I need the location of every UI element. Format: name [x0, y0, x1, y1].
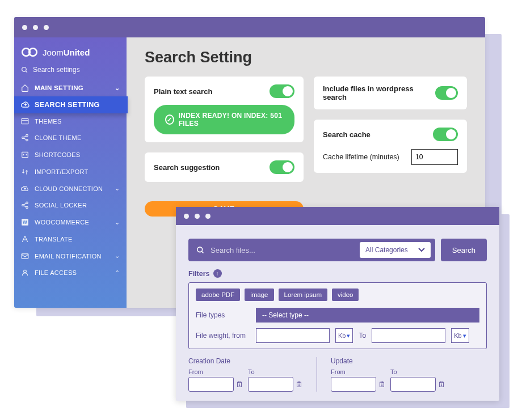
- filter-tags: adobe PDF image Lorem ipsum video: [196, 289, 479, 301]
- sidebar-search[interactable]: Search settings: [14, 63, 127, 79]
- update-date-group: Update From 🗓 To 🗓: [331, 357, 445, 392]
- sidebar-item-cloud-connection[interactable]: CLOUD CONNECTION ⌄: [14, 180, 127, 197]
- svg-point-13: [22, 204, 24, 206]
- sidebar-item-import-export[interactable]: IMPORT/EXPORT: [14, 163, 127, 180]
- svg-line-16: [24, 206, 26, 207]
- w-square-icon: W: [21, 218, 30, 226]
- search-button[interactable]: Search: [441, 239, 487, 261]
- include-files-label: Include files in wordpress search: [323, 84, 428, 101]
- home-icon: [21, 84, 30, 92]
- category-select[interactable]: All Categories: [360, 242, 431, 258]
- vertical-separator: [317, 357, 317, 392]
- weight-to-unit-select[interactable]: Kb▾: [451, 328, 469, 343]
- update-to-input[interactable]: [390, 377, 436, 392]
- brand-text: JoomUnited: [43, 48, 90, 57]
- mail-icon: [21, 253, 30, 260]
- sidebar-item-search-setting[interactable]: SEARCH SETTING: [14, 96, 128, 113]
- search-files-bar: All Categories: [188, 239, 435, 261]
- sidebar-item-themes[interactable]: THEMES: [14, 113, 127, 129]
- creation-to-input[interactable]: [248, 377, 293, 392]
- creation-from-input[interactable]: [188, 377, 234, 392]
- plain-text-label: Plain text search: [154, 87, 212, 96]
- sidebar-item-label: EMAIL NOTIFICATION: [35, 253, 102, 260]
- window2-titlebar: [176, 207, 499, 225]
- from-label: From: [331, 368, 386, 375]
- filters-toggle[interactable]: Filters ↑: [188, 269, 487, 278]
- calendar-icon[interactable]: 🗓: [296, 380, 303, 389]
- suggestion-toggle[interactable]: [270, 160, 294, 174]
- filter-tag[interactable]: Lorem ipsum: [279, 289, 327, 301]
- layout-icon: [21, 118, 30, 125]
- to-label: To: [390, 368, 445, 375]
- sidebar-item-file-access[interactable]: FILE ACCESS ⌃: [14, 264, 127, 281]
- index-badge-text: INDEX READY! ON INDEX: 501 FILES: [179, 112, 283, 128]
- to-label: To: [248, 368, 303, 375]
- file-types-label: File types: [196, 311, 250, 319]
- sidebar-search-placeholder: Search settings: [33, 66, 80, 74]
- category-select-label: All Categories: [365, 246, 408, 254]
- svg-rect-19: [22, 253, 28, 258]
- filter-tag[interactable]: video: [332, 289, 359, 301]
- svg-point-7: [22, 137, 24, 139]
- update-date-label: Update: [331, 357, 445, 365]
- search-icon: [21, 66, 28, 74]
- to-label: To: [359, 332, 366, 340]
- sidebar-item-label: SHORTCODES: [35, 151, 80, 158]
- chevron-down-icon: ⌄: [115, 185, 120, 192]
- index-ready-badge: ✓ INDEX READY! ON INDEX: 501 FILES: [154, 105, 294, 134]
- sidebar-item-clone-theme[interactable]: CLONE THEME: [14, 129, 127, 146]
- sidebar-item-social-locker[interactable]: SOCIAL LOCKER: [14, 197, 127, 214]
- svg-line-9: [24, 136, 26, 137]
- suggestion-label: Search suggestion: [154, 163, 220, 172]
- calendar-icon[interactable]: 🗓: [438, 380, 445, 389]
- code-icon: [21, 151, 30, 159]
- include-files-toggle[interactable]: [435, 86, 458, 100]
- from-label: From: [188, 368, 243, 375]
- sidebar-item-shortcodes[interactable]: SHORTCODES: [14, 146, 127, 163]
- filter-tag[interactable]: adobe PDF: [196, 289, 240, 301]
- sidebar-item-label: TRANSLATE: [35, 236, 73, 243]
- file-types-placeholder: -- Select type --: [262, 311, 309, 319]
- update-from-input[interactable]: [331, 377, 376, 392]
- svg-point-8: [26, 139, 28, 141]
- plain-text-toggle[interactable]: [270, 84, 294, 98]
- file-weight-label: File weight, from: [196, 332, 250, 340]
- calendar-icon[interactable]: 🗓: [236, 380, 243, 389]
- svg-point-20: [24, 270, 27, 273]
- plain-text-search-card: Plain text search ✓ INDEX READY! ON INDE…: [145, 77, 304, 142]
- window-dot: [195, 214, 200, 219]
- cache-toggle[interactable]: [433, 128, 458, 141]
- svg-line-22: [201, 251, 203, 253]
- brand: JoomUnited: [14, 37, 127, 63]
- sidebar-item-label: WOOCOMMERCE: [35, 219, 89, 226]
- page-title: Search Setting: [145, 49, 467, 66]
- include-files-card: Include files in wordpress search: [314, 77, 467, 109]
- sidebar-item-translate[interactable]: TRANSLATE: [14, 231, 127, 248]
- file-weight-to-input[interactable]: [372, 328, 445, 343]
- svg-line-15: [24, 203, 26, 205]
- cache-lifetime-label: Cache lifetime (minutes): [323, 153, 399, 161]
- file-weight-from-input[interactable]: [256, 328, 330, 343]
- calendar-icon[interactable]: 🗓: [378, 380, 386, 389]
- sidebar-item-email-notification[interactable]: EMAIL NOTIFICATION ⌄: [14, 248, 127, 264]
- search-files-input[interactable]: [211, 246, 354, 254]
- sidebar-item-label: CLOUD CONNECTION: [35, 185, 103, 192]
- sidebar-item-label: IMPORT/EXPORT: [35, 168, 89, 175]
- sidebar-item-woocommerce[interactable]: W WOOCOMMERCE ⌄: [14, 214, 127, 231]
- file-types-select[interactable]: -- Select type --: [256, 308, 479, 323]
- cache-lifetime-input[interactable]: [411, 149, 458, 165]
- chevron-down-icon: ⌄: [115, 219, 120, 226]
- svg-point-14: [26, 206, 28, 209]
- svg-point-21: [197, 247, 203, 252]
- cache-label: Search cache: [323, 130, 371, 139]
- chevron-up-icon: ⌃: [115, 269, 120, 277]
- filter-tag[interactable]: image: [245, 289, 273, 301]
- svg-point-6: [26, 134, 28, 137]
- creation-date-label: Creation Date: [188, 357, 303, 365]
- sidebar-item-label: SOCIAL LOCKER: [35, 202, 87, 209]
- svg-line-3: [26, 71, 27, 73]
- weight-from-unit-select[interactable]: Kb▾: [335, 328, 353, 343]
- sidebar-item-main-setting[interactable]: MAIN SETTING ⌄: [14, 79, 127, 96]
- creation-date-group: Creation Date From 🗓 To 🗓: [188, 357, 303, 392]
- filters-label-text: Filters: [188, 270, 210, 278]
